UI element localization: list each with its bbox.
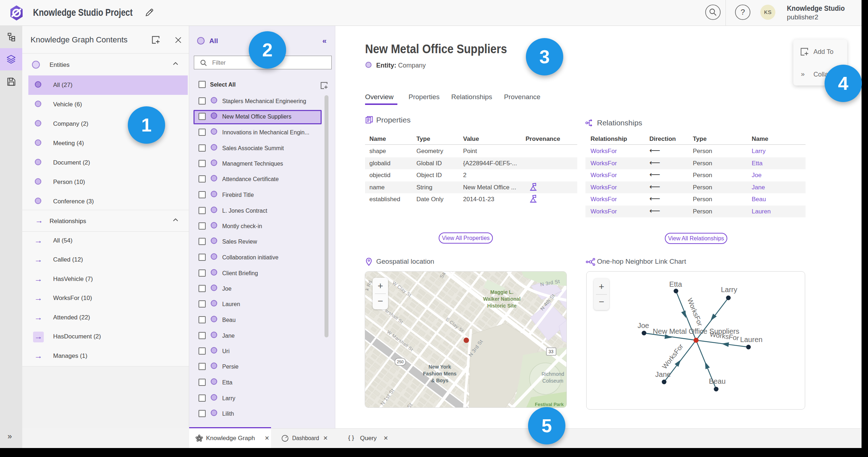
svg-text:New York: New York xyxy=(429,364,451,370)
svg-text:Joe: Joe xyxy=(638,322,649,329)
svg-text:33: 33 xyxy=(549,349,554,354)
svg-text:250: 250 xyxy=(397,360,403,364)
svg-text:?: ? xyxy=(741,8,745,17)
svg-text:Maggie L.: Maggie L. xyxy=(490,289,514,295)
svg-text:Lauren: Lauren xyxy=(740,336,762,343)
svg-text:Etta: Etta xyxy=(669,280,682,288)
svg-text:Fashion Mens: Fashion Mens xyxy=(423,371,457,377)
svg-text:Coliseum: Coliseum xyxy=(542,378,563,384)
svg-text:Jane: Jane xyxy=(655,370,671,378)
svg-text:Richmond: Richmond xyxy=(541,371,564,377)
svg-text:WorksFor: WorksFor xyxy=(661,342,685,370)
svg-text:& Boys: & Boys xyxy=(431,378,448,383)
svg-text:Historic Site: Historic Site xyxy=(487,303,517,309)
svg-text:Larry: Larry xyxy=(721,286,737,294)
svg-text:Beau: Beau xyxy=(709,377,726,385)
svg-text:Festival Park: Festival Park xyxy=(535,402,564,407)
svg-text:Walker National: Walker National xyxy=(483,296,521,302)
